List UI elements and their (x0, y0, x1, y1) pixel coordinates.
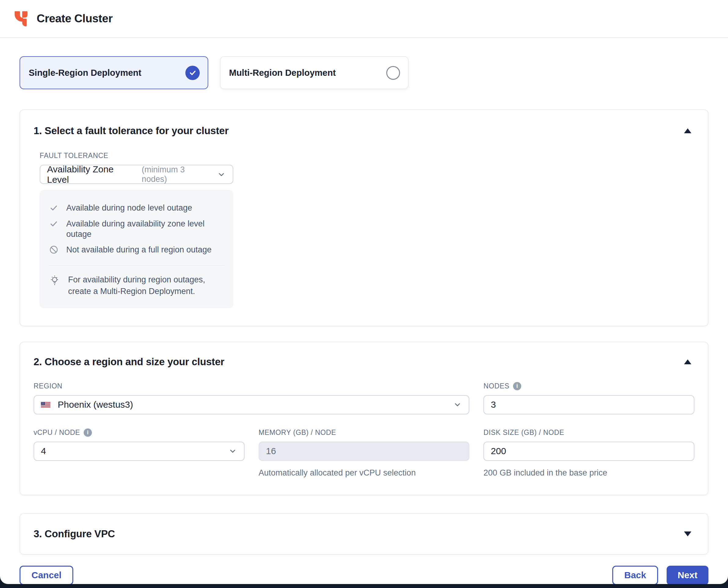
disk-helper-text: 200 GB included in the base price (483, 468, 694, 478)
nodes-input[interactable] (483, 395, 694, 415)
disk-size-input[interactable] (483, 442, 694, 461)
cancel-button[interactable]: Cancel (20, 566, 73, 584)
availability-item: Available during availability zone level… (48, 216, 224, 243)
fault-tolerance-selected-hint: (minimum 3 nodes) (142, 165, 209, 184)
fault-tolerance-section-header: 1. Select a fault tolerance for your clu… (34, 124, 694, 138)
region-select[interactable]: Phoenix (westus3) (34, 395, 469, 415)
disk-size-label: DISK SIZE (GB) / NODE (483, 428, 694, 437)
chevron-down-icon (453, 400, 462, 409)
single-region-label: Single-Region Deployment (29, 68, 141, 78)
region-size-section-header: 2. Choose a region and size your cluster (34, 355, 694, 369)
multi-region-label: Multi-Region Deployment (229, 68, 336, 78)
footer-actions: Cancel Back Next (20, 566, 708, 584)
availability-item: Available during node level outage (48, 200, 224, 216)
size-row: vCPU / NODE i 4 MEMORY (GB) / NODE Autom… (34, 428, 694, 478)
memory-input (259, 442, 470, 461)
page-title: Create Cluster (37, 12, 113, 25)
multi-region-deployment-card[interactable]: Multi-Region Deployment (220, 56, 409, 89)
collapse-section-1-button[interactable] (681, 124, 694, 138)
region-outage-tip-text: For availability during region outages, … (68, 274, 224, 297)
availability-info-box: Available during node level outage Avail… (40, 190, 233, 308)
check-icon (49, 203, 58, 212)
nodes-field-group: NODES i (483, 382, 694, 415)
us-flag-icon (41, 402, 50, 408)
memory-label: MEMORY (GB) / NODE (259, 428, 470, 437)
region-nodes-row: REGION (34, 382, 694, 415)
availability-item-text: Available during availability zone level… (66, 219, 224, 239)
create-cluster-window: Create Cluster Single-Region Deployment … (0, 0, 728, 584)
single-region-deployment-card[interactable]: Single-Region Deployment (20, 56, 208, 89)
yugabyte-logo-icon (14, 11, 28, 27)
not-available-icon (49, 245, 58, 254)
header: Create Cluster (0, 0, 728, 38)
fault-tolerance-body: FAULT TOLERANCE Availability Zone Level … (40, 152, 694, 308)
divider (48, 265, 224, 266)
vpc-section-header: 3. Configure VPC (34, 527, 694, 541)
checked-radio-icon[interactable] (185, 66, 200, 80)
fault-tolerance-label: FAULT TOLERANCE (40, 152, 694, 160)
region-outage-tip: For availability during region outages, … (48, 274, 224, 297)
region-selected-value: Phoenix (westus3) (58, 399, 133, 410)
check-icon (189, 69, 197, 77)
chevron-down-icon (228, 446, 237, 456)
chevron-collapse-down-icon (684, 531, 691, 537)
region-label: REGION (34, 382, 469, 390)
lightbulb-icon (49, 274, 60, 287)
info-icon[interactable]: i (84, 428, 92, 437)
collapse-section-2-button[interactable] (681, 355, 694, 369)
expand-section-3-button[interactable] (681, 527, 694, 541)
next-button[interactable]: Next (667, 566, 708, 584)
chevron-down-icon (217, 170, 226, 179)
fault-tolerance-section: 1. Select a fault tolerance for your clu… (20, 109, 708, 327)
empty-radio-icon[interactable] (386, 66, 400, 80)
deployment-type-row: Single-Region Deployment Multi-Region De… (20, 56, 708, 89)
chevron-collapse-up-icon (684, 128, 691, 133)
vcpu-label: vCPU / NODE (34, 428, 80, 437)
fault-tolerance-select[interactable]: Availability Zone Level (minimum 3 nodes… (40, 165, 233, 184)
footer-right-buttons: Back Next (612, 566, 708, 584)
vcpu-label-row: vCPU / NODE i (34, 428, 245, 437)
region-field-group: REGION (34, 382, 469, 415)
region-size-section: 2. Choose a region and size your cluster… (20, 342, 708, 496)
availability-item-text: Not available during a full region outag… (66, 245, 212, 255)
vcpu-selected-value: 4 (41, 446, 46, 456)
vcpu-field-group: vCPU / NODE i 4 (34, 428, 245, 478)
chevron-collapse-up-icon (684, 359, 691, 364)
info-icon[interactable]: i (513, 382, 521, 390)
vpc-section-title: 3. Configure VPC (34, 528, 115, 540)
fault-tolerance-selected-value: Availability Zone Level (47, 164, 134, 185)
fault-tolerance-section-title: 1. Select a fault tolerance for your clu… (34, 125, 229, 136)
vpc-section: 3. Configure VPC (20, 513, 708, 555)
nodes-label: NODES (483, 382, 509, 390)
memory-helper-text: Automatically allocated per vCPU selecti… (259, 468, 470, 478)
region-size-section-title: 2. Choose a region and size your cluster (34, 356, 224, 368)
main-content: Single-Region Deployment Multi-Region De… (0, 56, 728, 584)
check-icon (49, 219, 58, 228)
nodes-label-row: NODES i (483, 382, 694, 390)
availability-item-text: Available during node level outage (66, 203, 192, 213)
disk-field-group: DISK SIZE (GB) / NODE 200 GB included in… (483, 428, 694, 478)
memory-field-group: MEMORY (GB) / NODE Automatically allocat… (259, 428, 470, 478)
vcpu-select[interactable]: 4 (34, 442, 245, 461)
back-button[interactable]: Back (612, 566, 658, 584)
availability-item: Not available during a full region outag… (48, 242, 224, 258)
